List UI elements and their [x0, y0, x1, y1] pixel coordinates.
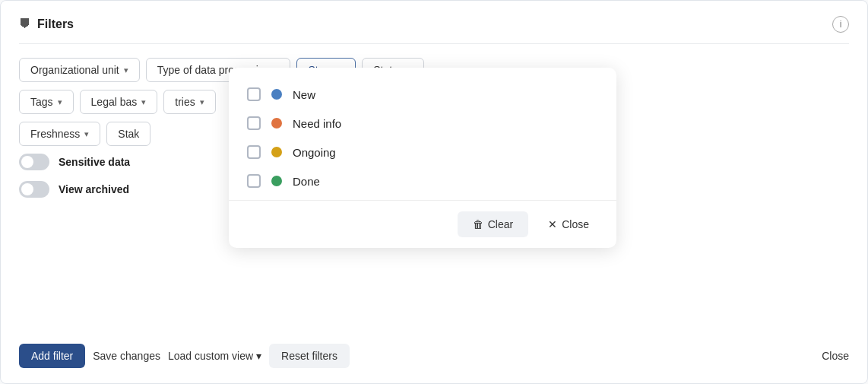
- header-left: ⛊ Filters: [19, 17, 74, 31]
- load-custom-view-button[interactable]: Load custom view ▾: [168, 350, 261, 362]
- filter-legal-basis[interactable]: Legal bas ▾: [80, 90, 158, 114]
- chevron-down-icon: ▾: [200, 97, 204, 107]
- item-label-done: Done: [293, 175, 320, 188]
- dot-done: [271, 176, 282, 186]
- view-archived-label: View archived: [59, 183, 129, 195]
- dot-need-info: [271, 118, 282, 129]
- filter-tags[interactable]: Tags ▾: [19, 90, 74, 114]
- dropdown-item-done[interactable]: Done: [229, 167, 616, 195]
- sensitive-data-toggle[interactable]: [19, 154, 49, 170]
- clear-button[interactable]: 🗑 Clear: [458, 211, 528, 237]
- chevron-down-icon: ▾: [124, 65, 128, 75]
- filter-stak[interactable]: Stak: [106, 122, 150, 146]
- dropdown-item-need-info[interactable]: Need info: [229, 109, 616, 138]
- filter-icon: ⛊: [19, 17, 31, 31]
- info-button[interactable]: i: [832, 16, 849, 33]
- dot-ongoing: [271, 147, 282, 157]
- item-label-need-info: Need info: [293, 117, 341, 130]
- save-changes-button[interactable]: Save changes: [93, 350, 160, 362]
- filter-org-unit[interactable]: Organizational unit ▾: [19, 58, 140, 82]
- filters-panel: ⛊ Filters i Organizational unit ▾ Type o…: [0, 0, 868, 384]
- close-panel-button[interactable]: Close: [822, 350, 849, 362]
- sensitive-data-label: Sensitive data: [59, 156, 130, 168]
- dropdown-item-ongoing[interactable]: Ongoing: [229, 138, 616, 167]
- filter-tries[interactable]: tries ▾: [163, 90, 215, 114]
- checkbox-new[interactable]: [247, 87, 261, 101]
- panel-header: ⛊ Filters i: [19, 16, 849, 44]
- panel-title: Filters: [37, 17, 74, 31]
- chevron-down-icon: ▾: [256, 350, 261, 362]
- add-filter-button[interactable]: Add filter: [19, 344, 85, 368]
- footer-left-actions: Add filter Save changes Load custom view…: [19, 344, 350, 368]
- reset-filters-button[interactable]: Reset filters: [269, 344, 350, 368]
- checkbox-ongoing[interactable]: [247, 145, 261, 159]
- trash-icon: 🗑: [473, 218, 483, 230]
- item-label-ongoing: Ongoing: [293, 146, 336, 159]
- dot-new: [271, 89, 282, 100]
- dropdown-item-new[interactable]: New: [229, 80, 616, 109]
- close-icon: ✕: [548, 218, 557, 230]
- checkbox-need-info[interactable]: [247, 116, 261, 130]
- filter-freshness[interactable]: Freshness ▾: [19, 122, 100, 146]
- dropdown-close-button[interactable]: ✕ Close: [536, 211, 601, 237]
- chevron-down-icon: ▾: [84, 129, 89, 139]
- item-label-new: New: [293, 88, 315, 101]
- panel-footer: Add filter Save changes Load custom view…: [19, 344, 849, 368]
- checkbox-done[interactable]: [247, 174, 261, 188]
- steps-dropdown: New Need info Ongoing Done 🗑 Clear ✕ Clo…: [229, 68, 616, 248]
- chevron-down-icon: ▾: [58, 97, 62, 107]
- chevron-down-icon: ▾: [141, 97, 146, 107]
- dropdown-footer: 🗑 Clear ✕ Close: [229, 200, 616, 248]
- view-archived-toggle[interactable]: [19, 181, 49, 198]
